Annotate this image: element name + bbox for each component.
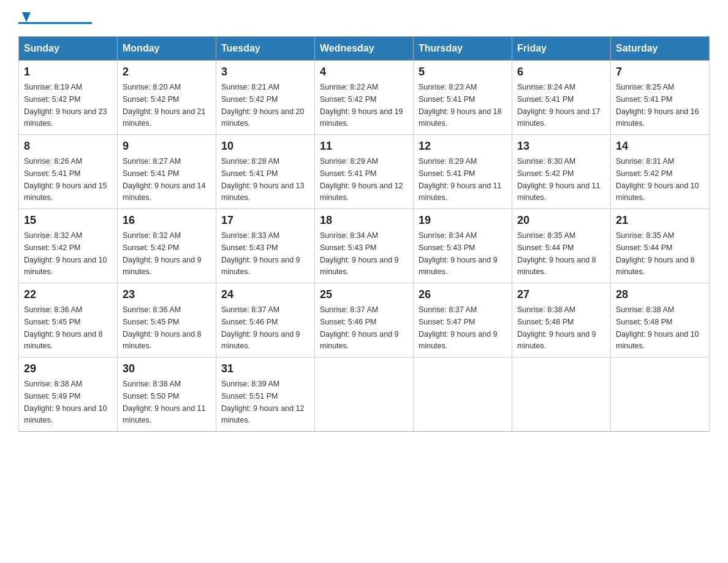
day-info: Sunrise: 8:21 AMSunset: 5:42 PMDaylight:… xyxy=(221,83,305,128)
day-number: 12 xyxy=(419,140,507,153)
day-header-thursday: Thursday xyxy=(414,37,512,61)
day-number: 21 xyxy=(616,214,704,227)
day-info: Sunrise: 8:39 AMSunset: 5:51 PMDaylight:… xyxy=(221,380,305,424)
calendar-week-row: 29 Sunrise: 8:38 AMSunset: 5:49 PMDaylig… xyxy=(19,358,710,432)
day-number: 1 xyxy=(24,66,112,79)
calendar-cell: 12 Sunrise: 8:29 AMSunset: 5:41 PMDaylig… xyxy=(414,135,512,209)
day-info: Sunrise: 8:37 AMSunset: 5:47 PMDaylight:… xyxy=(419,305,498,350)
day-info: Sunrise: 8:22 AMSunset: 5:42 PMDaylight:… xyxy=(320,83,403,128)
day-info: Sunrise: 8:20 AMSunset: 5:42 PMDaylight:… xyxy=(123,83,206,128)
calendar-cell: 5 Sunrise: 8:23 AMSunset: 5:41 PMDayligh… xyxy=(414,61,512,135)
day-info: Sunrise: 8:32 AMSunset: 5:42 PMDaylight:… xyxy=(24,231,107,276)
day-info: Sunrise: 8:38 AMSunset: 5:48 PMDaylight:… xyxy=(616,305,699,350)
day-header-sunday: Sunday xyxy=(19,37,118,61)
day-number: 19 xyxy=(419,214,507,227)
day-number: 14 xyxy=(616,140,704,153)
calendar-cell: 15 Sunrise: 8:32 AMSunset: 5:42 PMDaylig… xyxy=(19,209,118,283)
day-number: 11 xyxy=(320,140,408,153)
day-number: 4 xyxy=(320,66,408,79)
calendar-cell: 25 Sunrise: 8:37 AMSunset: 5:46 PMDaylig… xyxy=(315,283,414,358)
calendar-cell: 2 Sunrise: 8:20 AMSunset: 5:42 PMDayligh… xyxy=(118,61,216,135)
logo-underline xyxy=(18,22,92,24)
day-info: Sunrise: 8:23 AMSunset: 5:41 PMDaylight:… xyxy=(419,83,502,128)
day-header-tuesday: Tuesday xyxy=(216,37,315,61)
calendar-cell: 21 Sunrise: 8:35 AMSunset: 5:44 PMDaylig… xyxy=(611,209,710,283)
calendar-cell: 11 Sunrise: 8:29 AMSunset: 5:41 PMDaylig… xyxy=(315,135,414,209)
calendar-week-row: 1 Sunrise: 8:19 AMSunset: 5:42 PMDayligh… xyxy=(19,61,710,135)
calendar-cell: 3 Sunrise: 8:21 AMSunset: 5:42 PMDayligh… xyxy=(216,61,315,135)
page-header xyxy=(18,12,710,24)
day-info: Sunrise: 8:36 AMSunset: 5:45 PMDaylight:… xyxy=(123,305,202,350)
calendar-cell: 1 Sunrise: 8:19 AMSunset: 5:42 PMDayligh… xyxy=(19,61,118,135)
day-info: Sunrise: 8:26 AMSunset: 5:41 PMDaylight:… xyxy=(24,157,107,202)
calendar-cell: 6 Sunrise: 8:24 AMSunset: 5:41 PMDayligh… xyxy=(512,61,611,135)
day-info: Sunrise: 8:19 AMSunset: 5:42 PMDaylight:… xyxy=(24,83,107,128)
day-number: 5 xyxy=(419,66,507,79)
day-info: Sunrise: 8:34 AMSunset: 5:43 PMDaylight:… xyxy=(320,231,399,276)
day-number: 16 xyxy=(123,214,211,227)
day-number: 13 xyxy=(517,140,605,153)
calendar-week-row: 22 Sunrise: 8:36 AMSunset: 5:45 PMDaylig… xyxy=(19,283,710,358)
calendar-cell: 14 Sunrise: 8:31 AMSunset: 5:42 PMDaylig… xyxy=(611,135,710,209)
day-info: Sunrise: 8:35 AMSunset: 5:44 PMDaylight:… xyxy=(616,231,695,276)
day-number: 8 xyxy=(24,140,112,153)
day-number: 28 xyxy=(616,288,704,301)
day-header-wednesday: Wednesday xyxy=(315,37,414,61)
logo-triangle-icon xyxy=(20,10,33,23)
day-info: Sunrise: 8:38 AMSunset: 5:50 PMDaylight:… xyxy=(123,380,206,424)
day-info: Sunrise: 8:29 AMSunset: 5:41 PMDaylight:… xyxy=(320,157,403,202)
calendar-cell xyxy=(315,358,414,432)
day-number: 17 xyxy=(221,214,309,227)
day-info: Sunrise: 8:34 AMSunset: 5:43 PMDaylight:… xyxy=(419,231,498,276)
calendar-cell: 23 Sunrise: 8:36 AMSunset: 5:45 PMDaylig… xyxy=(118,283,216,358)
calendar-cell: 19 Sunrise: 8:34 AMSunset: 5:43 PMDaylig… xyxy=(414,209,512,283)
day-number: 2 xyxy=(123,66,211,79)
day-info: Sunrise: 8:37 AMSunset: 5:46 PMDaylight:… xyxy=(320,305,399,350)
calendar-cell: 26 Sunrise: 8:37 AMSunset: 5:47 PMDaylig… xyxy=(414,283,512,358)
day-number: 7 xyxy=(616,66,704,79)
day-info: Sunrise: 8:37 AMSunset: 5:46 PMDaylight:… xyxy=(221,305,300,350)
calendar-cell: 30 Sunrise: 8:38 AMSunset: 5:50 PMDaylig… xyxy=(118,358,216,432)
day-number: 6 xyxy=(517,66,605,79)
day-info: Sunrise: 8:28 AMSunset: 5:41 PMDaylight:… xyxy=(221,157,305,202)
svg-marker-0 xyxy=(22,12,31,22)
day-info: Sunrise: 8:27 AMSunset: 5:41 PMDaylight:… xyxy=(123,157,206,202)
calendar-cell: 18 Sunrise: 8:34 AMSunset: 5:43 PMDaylig… xyxy=(315,209,414,283)
day-info: Sunrise: 8:29 AMSunset: 5:41 PMDaylight:… xyxy=(419,157,502,202)
calendar-week-row: 8 Sunrise: 8:26 AMSunset: 5:41 PMDayligh… xyxy=(19,135,710,209)
calendar-table: SundayMondayTuesdayWednesdayThursdayFrid… xyxy=(18,36,710,432)
calendar-cell: 27 Sunrise: 8:38 AMSunset: 5:48 PMDaylig… xyxy=(512,283,611,358)
calendar-cell xyxy=(611,358,710,432)
day-number: 26 xyxy=(419,288,507,301)
day-number: 18 xyxy=(320,214,408,227)
day-info: Sunrise: 8:32 AMSunset: 5:42 PMDaylight:… xyxy=(123,231,202,276)
day-number: 3 xyxy=(221,66,309,79)
day-info: Sunrise: 8:36 AMSunset: 5:45 PMDaylight:… xyxy=(24,305,103,350)
day-info: Sunrise: 8:35 AMSunset: 5:44 PMDaylight:… xyxy=(517,231,596,276)
calendar-cell: 24 Sunrise: 8:37 AMSunset: 5:46 PMDaylig… xyxy=(216,283,315,358)
calendar-cell: 8 Sunrise: 8:26 AMSunset: 5:41 PMDayligh… xyxy=(19,135,118,209)
day-number: 20 xyxy=(517,214,605,227)
day-number: 22 xyxy=(24,288,112,301)
day-header-monday: Monday xyxy=(118,37,216,61)
day-number: 10 xyxy=(221,140,309,153)
day-header-friday: Friday xyxy=(512,37,611,61)
calendar-header-row: SundayMondayTuesdayWednesdayThursdayFrid… xyxy=(19,37,710,61)
day-number: 29 xyxy=(24,362,112,375)
calendar-cell: 29 Sunrise: 8:38 AMSunset: 5:49 PMDaylig… xyxy=(19,358,118,432)
day-info: Sunrise: 8:33 AMSunset: 5:43 PMDaylight:… xyxy=(221,231,300,276)
calendar-cell: 31 Sunrise: 8:39 AMSunset: 5:51 PMDaylig… xyxy=(216,358,315,432)
day-info: Sunrise: 8:38 AMSunset: 5:49 PMDaylight:… xyxy=(24,380,107,424)
day-number: 15 xyxy=(24,214,112,227)
calendar-cell: 20 Sunrise: 8:35 AMSunset: 5:44 PMDaylig… xyxy=(512,209,611,283)
day-info: Sunrise: 8:24 AMSunset: 5:41 PMDaylight:… xyxy=(517,83,601,128)
calendar-cell: 4 Sunrise: 8:22 AMSunset: 5:42 PMDayligh… xyxy=(315,61,414,135)
day-number: 31 xyxy=(221,362,309,375)
day-number: 24 xyxy=(221,288,309,301)
calendar-cell: 10 Sunrise: 8:28 AMSunset: 5:41 PMDaylig… xyxy=(216,135,315,209)
day-info: Sunrise: 8:25 AMSunset: 5:41 PMDaylight:… xyxy=(616,83,699,128)
calendar-cell xyxy=(414,358,512,432)
calendar-cell: 22 Sunrise: 8:36 AMSunset: 5:45 PMDaylig… xyxy=(19,283,118,358)
day-info: Sunrise: 8:31 AMSunset: 5:42 PMDaylight:… xyxy=(616,157,699,202)
logo xyxy=(18,12,92,24)
